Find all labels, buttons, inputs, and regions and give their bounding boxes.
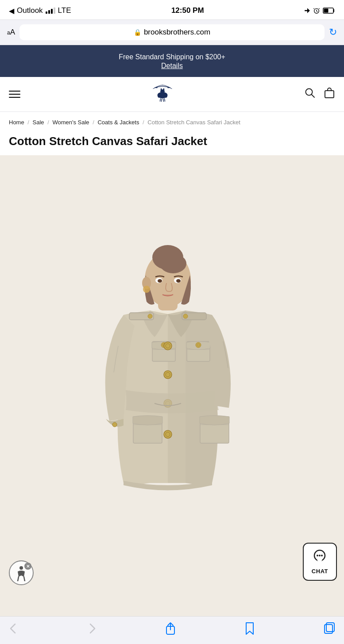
url-text: brooksbrothers.com — [144, 28, 210, 37]
svg-point-5 — [164, 96, 167, 98]
hamburger-line-2 — [9, 94, 20, 95]
breadcrumb-sale[interactable]: Sale — [33, 119, 44, 126]
svg-rect-17 — [325, 91, 334, 98]
refresh-button[interactable]: ↻ — [329, 27, 337, 38]
breadcrumb-sep-3: / — [93, 119, 96, 126]
chat-button[interactable]: CHAT — [303, 543, 337, 581]
promo-text: Free Standard Shipping on $200+ — [9, 52, 335, 62]
hamburger-line-3 — [9, 97, 20, 98]
share-button[interactable] — [165, 622, 176, 635]
alarm-icon — [313, 7, 320, 14]
svg-point-41 — [183, 314, 188, 318]
breadcrumb-current: Cotton Stretch Canvas Safari Jacket — [147, 119, 240, 126]
status-right — [304, 7, 335, 14]
carrier-label: Outlook — [17, 6, 43, 15]
status-time: 12:50 PM — [171, 6, 204, 15]
svg-point-44 — [164, 371, 172, 379]
accessibility-close[interactable]: ✕ — [24, 563, 31, 570]
svg-point-4 — [158, 96, 161, 98]
svg-point-58 — [19, 566, 23, 570]
back-chevron: ◀ — [9, 7, 14, 15]
product-title-section: Cotton Stretch Canvas Safari Jacket — [0, 131, 344, 155]
browser-bar: aA 🔒 brooksbrothers.com ↻ — [0, 19, 344, 45]
svg-point-57 — [321, 555, 323, 556]
svg-rect-2 — [324, 9, 329, 13]
nav-icons — [304, 87, 335, 101]
svg-line-13 — [164, 99, 165, 102]
breadcrumb: Home / Sale / Women's Sale / Coats & Jac… — [0, 112, 344, 131]
text-size-button[interactable]: aA — [7, 28, 15, 37]
bag-button[interactable] — [324, 87, 335, 101]
logo-svg — [149, 83, 176, 105]
svg-point-39 — [148, 314, 152, 318]
svg-point-8 — [160, 88, 162, 91]
nav-bar — [0, 77, 344, 112]
forward-button[interactable] — [87, 622, 97, 635]
svg-point-22 — [160, 254, 186, 273]
product-title: Cotton Stretch Canvas Safari Jacket — [9, 134, 335, 148]
breadcrumb-text: Home / Sale / Women's Sale / Coats & Jac… — [9, 118, 335, 127]
tabs-button[interactable] — [324, 622, 335, 635]
network-label: LTE — [58, 6, 71, 15]
breadcrumb-sep-1: / — [27, 119, 31, 126]
svg-point-24 — [143, 286, 150, 293]
status-bar: ◀ Outlook LTE 12:50 PM — [0, 0, 344, 19]
breadcrumb-sep-4: / — [143, 119, 146, 126]
signal-bars — [46, 8, 55, 14]
svg-point-6 — [161, 96, 164, 99]
svg-point-15 — [167, 87, 169, 88]
svg-line-60 — [24, 577, 25, 581]
svg-point-36 — [196, 342, 201, 348]
promo-banner: Free Standard Shipping on $200+ Details — [0, 45, 344, 77]
battery-icon — [323, 8, 335, 14]
breadcrumb-coats-jackets[interactable]: Coats & Jackets — [97, 119, 139, 126]
chat-label: CHAT — [312, 568, 328, 575]
svg-point-27 — [158, 279, 162, 283]
svg-point-16 — [306, 89, 313, 96]
accessibility-inner: ✕ — [13, 564, 30, 581]
svg-line-10 — [160, 99, 160, 102]
brand-logo[interactable] — [149, 83, 176, 105]
svg-point-56 — [319, 555, 321, 556]
svg-line-12 — [163, 99, 163, 102]
phone-frame: ◀ Outlook LTE 12:50 PM — [0, 0, 344, 644]
svg-line-11 — [161, 99, 162, 102]
accessibility-button[interactable]: ✕ — [9, 560, 34, 585]
breadcrumb-womens-sale[interactable]: Women's Sale — [52, 119, 89, 126]
svg-point-42 — [164, 342, 172, 350]
chat-icon — [313, 549, 327, 566]
svg-point-9 — [163, 88, 164, 91]
model-svg — [62, 244, 283, 527]
hamburger-menu[interactable] — [9, 91, 20, 98]
bottom-toolbar — [0, 616, 344, 644]
svg-line-59 — [18, 577, 19, 581]
back-button[interactable] — [9, 622, 19, 635]
bookmarks-button[interactable] — [244, 622, 255, 635]
svg-point-52 — [112, 422, 117, 427]
breadcrumb-home[interactable]: Home — [9, 119, 24, 126]
svg-point-55 — [317, 555, 318, 556]
svg-point-14 — [156, 87, 157, 88]
breadcrumb-sep-2: / — [47, 119, 50, 126]
product-image[interactable]: CHAT ✕ — [0, 155, 344, 616]
promo-details-link[interactable]: Details — [9, 62, 335, 70]
url-bar[interactable]: 🔒 brooksbrothers.com — [19, 24, 325, 40]
location-icon — [304, 8, 310, 14]
model-area — [0, 155, 344, 616]
status-left: ◀ Outlook LTE — [9, 6, 71, 15]
search-button[interactable] — [304, 87, 316, 101]
svg-point-28 — [176, 279, 181, 283]
hamburger-line-1 — [9, 91, 20, 92]
lock-icon: 🔒 — [134, 29, 141, 36]
svg-point-48 — [164, 430, 172, 438]
